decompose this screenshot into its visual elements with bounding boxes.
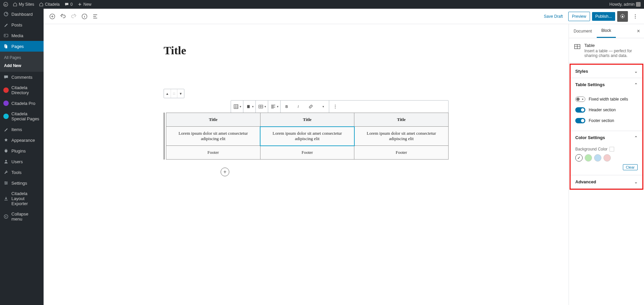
bg-color-label: Background Color — [575, 147, 638, 151]
preview-button[interactable]: Preview — [568, 12, 590, 21]
nav-tools[interactable]: Tools — [0, 167, 44, 178]
admin-bar: My Sites Citadela 0 New Howdy, admin — [0, 0, 644, 9]
svg-text:I: I — [298, 105, 299, 109]
adminbar-comments[interactable]: 0 — [64, 2, 73, 7]
section-color-head[interactable]: Color Settings⌃ — [571, 131, 642, 144]
svg-point-7 — [5, 182, 5, 182]
svg-point-14 — [635, 14, 636, 15]
table-header-cell[interactable]: Title — [166, 113, 260, 127]
format-more-button[interactable]: ▾ — [317, 101, 329, 113]
block-settings-panel: Document Block × Table Insert a table — … — [569, 24, 644, 305]
adminbar-new[interactable]: New — [77, 2, 92, 7]
table-footer-cell[interactable]: Footer — [166, 146, 260, 160]
block-type-desc: Insert a table — perfect for sharing cha… — [584, 49, 639, 58]
nav-posts[interactable]: Posts — [0, 19, 44, 30]
table-header-cell[interactable]: Title — [260, 113, 354, 127]
nav-pages-all[interactable]: All Pages — [4, 54, 44, 62]
citadela-pro-icon — [3, 101, 9, 106]
tab-document[interactable]: Document — [569, 25, 597, 38]
svg-point-6 — [5, 160, 7, 162]
edit-table-button[interactable]: ▾ — [256, 101, 268, 113]
svg-text:B: B — [285, 105, 288, 109]
svg-rect-17 — [234, 105, 238, 109]
info-button[interactable] — [79, 11, 90, 22]
nav-users[interactable]: Users — [0, 156, 44, 167]
nav-citadela-directory[interactable]: Citadela Directory — [0, 82, 44, 98]
svg-rect-5 — [5, 45, 7, 49]
table-icon — [574, 43, 581, 50]
clear-color-button[interactable]: Clear — [623, 164, 638, 170]
add-block-button[interactable] — [47, 11, 58, 22]
toggle-label: Header section — [589, 108, 616, 112]
undo-button[interactable] — [58, 11, 68, 22]
settings-toggle-button[interactable] — [617, 11, 628, 22]
table-cell-selected[interactable]: Lorem ipsum dolor sit amet consectetur a… — [260, 127, 354, 146]
nav-collapse[interactable]: Collapse menu — [0, 209, 44, 224]
toggle-header-section[interactable] — [575, 107, 585, 113]
color-swatch-pink[interactable] — [603, 154, 611, 162]
align-button[interactable]: ▾ — [243, 101, 255, 113]
toggle-label: Footer section — [589, 118, 614, 123]
nav-appearance[interactable]: Appearance — [0, 135, 44, 145]
redo-button[interactable] — [68, 11, 79, 22]
adminbar-sitename[interactable]: Citadela — [39, 2, 60, 7]
nav-items[interactable]: Items — [0, 124, 44, 135]
more-options-button[interactable] — [630, 11, 641, 22]
nav-pages[interactable]: Pages — [0, 41, 44, 52]
avatar — [636, 2, 641, 7]
publish-button[interactable]: Publish... — [592, 12, 615, 21]
nav-settings[interactable]: Settings — [0, 178, 44, 188]
chevron-up-icon: ⌃ — [634, 135, 638, 140]
table-footer-cell[interactable]: Footer — [354, 146, 449, 160]
move-down-button[interactable]: ▼ — [177, 89, 184, 98]
table-footer-cell[interactable]: Footer — [260, 146, 354, 160]
tab-block[interactable]: Block — [597, 24, 616, 38]
svg-point-16 — [635, 17, 636, 18]
color-swatch-blue[interactable] — [594, 154, 601, 162]
nav-citadela-exporter[interactable]: Citadela Layout Exporter — [0, 188, 44, 209]
link-button[interactable] — [305, 101, 317, 113]
toggle-fixed-width[interactable] — [575, 97, 585, 102]
add-block-inline-button[interactable]: + — [221, 168, 229, 176]
svg-point-3 — [5, 35, 5, 36]
bold-button[interactable]: B — [281, 101, 293, 113]
nav-plugins[interactable]: Plugins — [0, 145, 44, 156]
section-advanced-head[interactable]: Advanced⌄ — [571, 175, 642, 188]
block-type-title: Table — [584, 43, 639, 48]
drag-handle[interactable]: ∷ — [171, 89, 177, 98]
table-cell[interactable]: Lorem ipsum dolor sit amet consectetur a… — [166, 127, 260, 146]
table-block[interactable]: Title Title Title Lorem ipsum dolor sit … — [164, 113, 449, 160]
adminbar-mysites[interactable]: My Sites — [13, 2, 34, 7]
svg-point-24 — [335, 108, 336, 108]
nav-dashboard[interactable]: Dashboard — [0, 9, 44, 19]
toggle-footer-section[interactable] — [575, 118, 585, 123]
color-swatch-white[interactable] — [575, 154, 583, 162]
color-swatch-green[interactable] — [585, 154, 592, 162]
outline-button[interactable] — [90, 11, 101, 22]
svg-point-23 — [335, 106, 336, 107]
table-header-cell[interactable]: Title — [354, 113, 449, 127]
move-up-button[interactable]: ▲ — [164, 89, 171, 98]
table-cell[interactable]: Lorem ipsum dolor sit amet consectetur a… — [354, 127, 449, 146]
svg-point-22 — [335, 105, 336, 105]
nav-pages-submenu: All Pages Add New — [0, 52, 44, 72]
page-title[interactable]: Title — [164, 44, 449, 57]
wp-logo-icon[interactable] — [3, 2, 8, 7]
text-align-button[interactable]: ▾ — [268, 101, 280, 113]
close-settings-button[interactable]: × — [633, 28, 644, 34]
transform-button[interactable]: ▾ — [231, 101, 243, 113]
editor-canvas: Title ▲ ∷ ▼ ▾ ▾ ▾ ▾ B I ▾ — [44, 24, 569, 305]
nav-media[interactable]: Media — [0, 30, 44, 41]
italic-button[interactable]: I — [293, 101, 305, 113]
current-color-swatch — [609, 147, 614, 151]
adminbar-greeting[interactable]: Howdy, admin — [609, 2, 641, 7]
nav-pages-add[interactable]: Add New — [4, 62, 44, 70]
nav-comments[interactable]: Comments — [0, 72, 44, 82]
nav-citadela-special[interactable]: Citadela Special Pages — [0, 109, 44, 124]
citadela-directory-icon — [3, 87, 9, 93]
section-styles-head[interactable]: Styles⌄ — [571, 65, 642, 78]
block-more-button[interactable] — [329, 101, 341, 113]
save-draft-button[interactable]: Save Draft — [540, 12, 566, 21]
section-table-settings-head[interactable]: Table Settings⌃ — [571, 78, 642, 91]
nav-citadela-pro[interactable]: Citadela Pro — [0, 98, 44, 109]
